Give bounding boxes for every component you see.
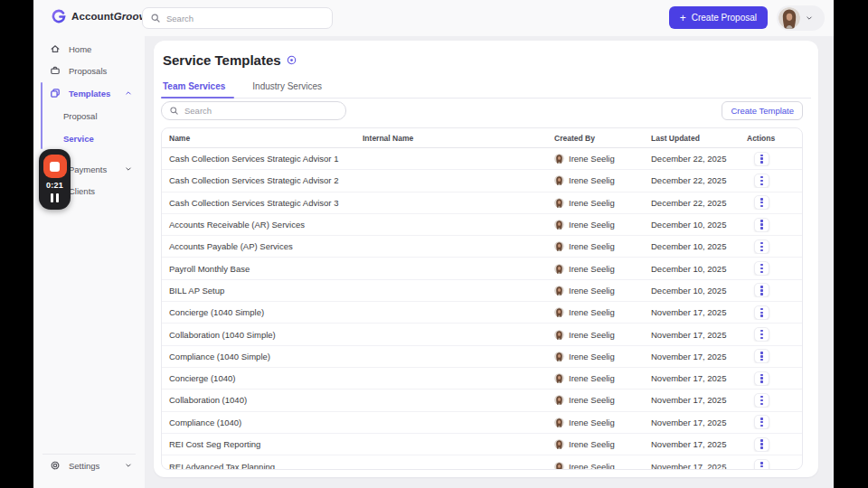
table-row: Payroll Monthly Base Irene Seelig Decemb… xyxy=(162,258,802,279)
creator-name: Irene Seelig xyxy=(569,330,615,340)
table-row: REI Cost Seg Reporting Irene Seelig Nove… xyxy=(162,434,802,455)
table-row: Compliance (1040) Irene Seelig November … xyxy=(162,412,802,434)
creator-avatar xyxy=(554,395,564,405)
created-by-cell: Irene Seelig xyxy=(547,220,644,230)
user-photo xyxy=(554,395,564,405)
sidebar-item-templates[interactable]: Templates xyxy=(33,82,145,104)
row-actions-kebab-button[interactable] xyxy=(754,283,769,297)
template-name: Concierge (1040) xyxy=(162,373,355,383)
template-name: Cash Collection Services Strategic Advis… xyxy=(162,154,355,164)
user-photo xyxy=(554,439,564,449)
pause-recording-button[interactable] xyxy=(49,192,61,204)
sidebar-item-home[interactable]: Home xyxy=(33,38,145,60)
main-content: Service Templates Team Services Industry… xyxy=(145,36,834,488)
template-name: BILL AP Setup xyxy=(162,286,355,296)
column-last-updated: Last Updated xyxy=(644,134,740,143)
creator-avatar xyxy=(554,439,564,449)
table-row: Cash Collection Services Strategic Advis… xyxy=(162,148,802,170)
brand-name: AccountGroove xyxy=(71,11,151,22)
created-by-cell: Irene Seelig xyxy=(547,264,644,274)
creator-name: Irene Seelig xyxy=(569,418,615,427)
user-photo xyxy=(554,220,564,230)
table-row: REI Advanced Tax Planning Irene Seelig N… xyxy=(162,455,802,470)
row-actions-kebab-button[interactable] xyxy=(754,261,769,276)
row-actions-kebab-button[interactable] xyxy=(754,152,769,166)
table-row: Cash Collection Services Strategic Advis… xyxy=(162,170,802,192)
creator-name: Irene Seelig xyxy=(569,373,615,383)
chevron-down-icon xyxy=(124,461,133,470)
stop-recording-button[interactable] xyxy=(43,155,67,178)
table-header: Name Internal Name Created By Last Updat… xyxy=(162,128,802,148)
creator-avatar xyxy=(554,418,564,427)
user-avatar xyxy=(778,7,800,29)
row-actions-kebab-button[interactable] xyxy=(754,415,769,429)
created-by-cell: Irene Seelig xyxy=(547,154,644,164)
created-by-cell: Irene Seelig xyxy=(547,439,644,449)
row-actions-kebab-button[interactable] xyxy=(754,349,769,363)
global-search-input[interactable] xyxy=(166,14,325,23)
home-icon xyxy=(50,43,61,54)
service-templates-card: Service Templates Team Services Industry… xyxy=(154,41,818,477)
row-actions-kebab-button[interactable] xyxy=(754,393,769,408)
creator-avatar xyxy=(554,330,564,340)
user-photo xyxy=(554,373,564,383)
row-actions-kebab-button[interactable] xyxy=(754,327,769,342)
sidebar-item-settings[interactable]: Settings xyxy=(33,455,145,476)
sidebar: Home Proposals Templates Proposal Servic… xyxy=(33,36,145,488)
row-actions-kebab-button[interactable] xyxy=(754,239,769,254)
user-photo xyxy=(554,154,564,164)
template-search-input[interactable] xyxy=(184,106,338,116)
tab-team-services[interactable]: Team Services xyxy=(161,76,234,98)
creator-avatar xyxy=(554,307,564,317)
creator-avatar xyxy=(554,286,564,296)
creator-name: Irene Seelig xyxy=(569,395,615,405)
created-by-cell: Irene Seelig xyxy=(547,373,644,383)
last-updated: December 10, 2025 xyxy=(644,264,740,274)
row-actions-kebab-button[interactable] xyxy=(754,174,769,188)
last-updated: November 17, 2025 xyxy=(644,462,740,470)
creator-name: Irene Seelig xyxy=(569,241,615,251)
tab-industry-services[interactable]: Industry Services xyxy=(250,76,331,98)
create-proposal-button[interactable]: + Create Proposal xyxy=(669,6,768,29)
info-icon[interactable] xyxy=(287,55,297,65)
global-search xyxy=(142,7,333,29)
row-actions-kebab-button[interactable] xyxy=(754,218,769,232)
created-by-cell: Irene Seelig xyxy=(547,175,644,185)
user-photo xyxy=(554,307,564,317)
creator-avatar xyxy=(554,373,564,383)
row-actions-kebab-button[interactable] xyxy=(754,371,769,386)
column-created-by: Created By xyxy=(547,134,644,143)
page-title: Service Templates xyxy=(163,52,281,68)
created-by-cell: Irene Seelig xyxy=(547,462,644,470)
last-updated: November 17, 2025 xyxy=(644,330,740,340)
sidebar-item-service[interactable]: Service xyxy=(33,127,145,149)
row-actions-kebab-button[interactable] xyxy=(754,459,769,470)
table-row: Concierge (1040 Simple) Irene Seelig Nov… xyxy=(162,302,802,324)
creator-name: Irene Seelig xyxy=(569,307,615,317)
table-row: Collaboration (1040) Irene Seelig Novemb… xyxy=(162,389,802,411)
screen-recording-widget: 0:21 xyxy=(39,149,71,210)
stop-icon xyxy=(50,162,60,172)
row-actions-kebab-button[interactable] xyxy=(754,437,769,452)
app-window: AccountGroove + Create Proposal xyxy=(33,0,834,488)
creator-name: Irene Seelig xyxy=(569,175,615,185)
created-by-cell: Irene Seelig xyxy=(547,330,644,340)
user-photo xyxy=(554,198,564,208)
column-internal-name: Internal Name xyxy=(355,134,547,143)
template-name: Cash Collection Services Strategic Advis… xyxy=(162,175,355,185)
last-updated: November 17, 2025 xyxy=(644,439,740,449)
create-template-button[interactable]: Create Template xyxy=(722,101,803,120)
last-updated: November 17, 2025 xyxy=(644,395,740,405)
user-menu[interactable] xyxy=(777,5,825,31)
row-actions-kebab-button[interactable] xyxy=(754,305,769,320)
sidebar-item-proposals[interactable]: Proposals xyxy=(33,60,145,81)
row-actions-kebab-button[interactable] xyxy=(754,195,769,210)
template-name: Collaboration (1040) xyxy=(162,395,355,405)
creator-avatar xyxy=(554,352,564,361)
created-by-cell: Irene Seelig xyxy=(547,352,644,361)
creator-name: Irene Seelig xyxy=(569,264,615,274)
search-icon xyxy=(150,13,161,23)
creator-name: Irene Seelig xyxy=(569,154,615,164)
brand-logo[interactable]: AccountGroove xyxy=(52,9,151,23)
sidebar-item-proposal[interactable]: Proposal xyxy=(33,105,145,127)
